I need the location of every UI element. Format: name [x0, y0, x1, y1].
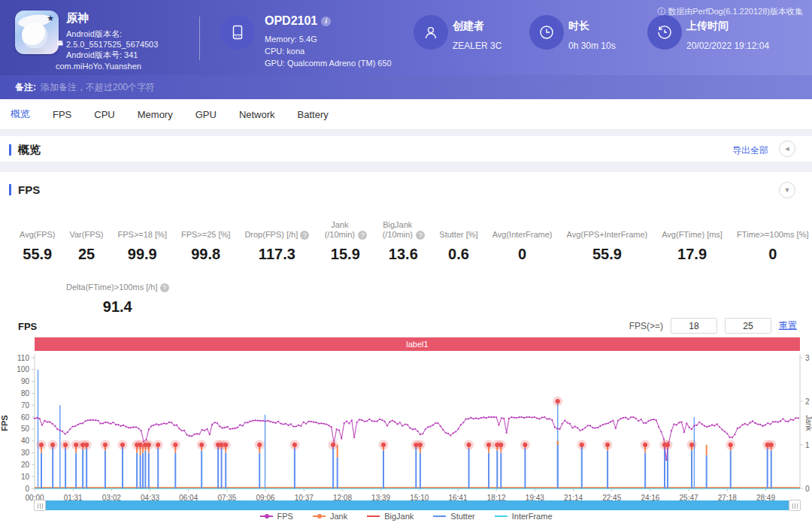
chart-legend: FPSJankBigJankStutterInterFrame [0, 512, 812, 521]
svg-text:100: 100 [17, 365, 29, 373]
fps-stats-row: Avg(FPS)55.9Var(FPS)25FPS>=18 [%]99.9FPS… [20, 217, 808, 263]
device-meta: Memory: 5.4G CPU: kona GPU: Qualcomm Adr… [265, 33, 392, 69]
svg-text:30: 30 [21, 449, 30, 457]
stat-9: Avg(FPS+InterFrame)55.9 [567, 217, 648, 263]
app-meta: Android版本名: 2.5.0_5517525_5674503 Androi… [66, 29, 158, 60]
upload-value: 20/02/2022 19:12:04 [686, 41, 769, 51]
note-bar[interactable]: 备注: 添加备注，不超过200个字符 [0, 75, 812, 99]
svg-text:07:35: 07:35 [217, 494, 236, 500]
svg-text:3: 3 [805, 354, 810, 362]
duration-icon-circle [529, 15, 564, 50]
svg-text:06:04: 06:04 [179, 494, 198, 500]
legend-marker [313, 515, 326, 517]
reset-link[interactable]: 重置 [779, 319, 797, 332]
stat-value: 91.4 [103, 298, 132, 316]
fps-threshold-controls: FPS(>=) 重置 [629, 318, 797, 334]
help-icon[interactable]: ? [358, 231, 367, 240]
svg-text:FPS: FPS [0, 415, 9, 431]
svg-text:01:31: 01:31 [64, 494, 83, 500]
chart-zoom-scrollbar[interactable] [35, 500, 800, 510]
stat-7: Stutter [%]0.6 [439, 217, 477, 263]
svg-text:10:37: 10:37 [295, 494, 314, 500]
stat-label: Avg(FPS) [20, 217, 55, 240]
legend-marker [367, 515, 380, 517]
stat-label: FTime>=100ms [%] [737, 217, 809, 240]
collapse-left-button[interactable]: ◄ [779, 141, 795, 157]
stat-0: Avg(FPS)55.9 [20, 217, 55, 263]
stat-11: FTime>=100ms [%]0 [737, 217, 809, 263]
svg-text:12:08: 12:08 [333, 494, 352, 500]
svg-text:1: 1 [805, 441, 810, 449]
tab-bar: 概览FPSCPUMemoryGPUNetworkBattery [0, 99, 812, 130]
scrollbar-left-handle[interactable] [34, 500, 46, 511]
export-all-link[interactable]: 导出全部 [732, 144, 768, 157]
stat-1: Var(FPS)25 [69, 217, 103, 263]
svg-text:03:02: 03:02 [102, 494, 121, 500]
svg-text:28:49: 28:49 [756, 494, 775, 500]
svg-text:80: 80 [21, 389, 30, 398]
svg-text:21:14: 21:14 [564, 494, 583, 500]
stat-value: 15.9 [331, 246, 360, 263]
stat-5: Jank (/10min)?15.9 [323, 217, 367, 263]
app-version-name-label: Android版本名: [66, 29, 158, 39]
help-icon[interactable]: ? [300, 231, 309, 240]
stat-label: Avg(FTime) [ms] [662, 217, 723, 240]
note-label: 备注: [15, 81, 36, 94]
legend-label: FPS [277, 512, 293, 521]
app-icon: ★ miHoYo [15, 11, 59, 54]
fps-threshold-high-input[interactable] [725, 318, 771, 334]
legend-label: InterFrame [512, 512, 553, 521]
stat-10: Avg(FTime) [ms]17.9 [662, 217, 723, 263]
stat-value: 117.3 [259, 246, 295, 263]
overview-card: 概览 导出全部 ◄ [0, 136, 812, 162]
app-version-code: Android版本号: 341 [66, 50, 158, 60]
legend-item-bigjank[interactable]: BigJank [367, 512, 414, 521]
legend-item-stutter[interactable]: Stutter [433, 512, 474, 521]
stat-label: FPS>=25 [%] [181, 217, 230, 240]
history-clock-icon [656, 24, 673, 41]
stat-label: FPS>=18 [%] [118, 217, 167, 240]
svg-text:2: 2 [805, 398, 810, 406]
overview-title: 概览 [18, 143, 41, 157]
tab-0[interactable]: 概览 [11, 107, 30, 121]
svg-text:10: 10 [21, 473, 30, 481]
svg-text:04:33: 04:33 [141, 494, 159, 500]
scrollbar-right-handle[interactable] [789, 500, 801, 511]
section-accent-bar [9, 144, 11, 156]
legend-item-interframe[interactable]: InterFrame [495, 512, 553, 521]
fps-stats-row2: Delta(FTime)>100ms [/h]?91.4 [66, 270, 169, 316]
tab-1[interactable]: FPS [53, 109, 71, 120]
collapse-down-button[interactable]: ▼ [779, 182, 795, 198]
fps-threshold-low-input[interactable] [671, 318, 717, 334]
device-info-icon[interactable]: i [321, 17, 331, 26]
stat-label: Var(FPS) [69, 217, 103, 240]
svg-text:19:43: 19:43 [526, 494, 544, 500]
device-model: OPD2101i [265, 14, 331, 28]
upload-label: 上传时间 [686, 20, 729, 33]
note-placeholder[interactable]: 添加备注，不超过200个字符 [41, 81, 155, 94]
tab-5[interactable]: Network [239, 109, 275, 120]
star-decoration-icon: ★ [47, 14, 54, 23]
stat-value: 13.6 [389, 246, 418, 263]
help-icon[interactable]: ? [416, 231, 425, 240]
legend-marker [433, 515, 446, 517]
legend-item-jank[interactable]: Jank [313, 512, 347, 521]
tab-4[interactable]: GPU [195, 109, 217, 120]
fps-card: FPS ▼ Avg(FPS)55.9Var(FPS)25FPS>=18 [%]9… [0, 172, 812, 523]
stat-r2-0: Delta(FTime)>100ms [/h]?91.4 [66, 270, 169, 316]
legend-item-fps[interactable]: FPS [260, 512, 293, 521]
svg-text:09:06: 09:06 [256, 494, 275, 500]
stat-value: 0.6 [448, 246, 469, 263]
stat-label: Delta(FTime)>100ms [/h]? [66, 270, 169, 292]
creator-value: ZEALER 3C [453, 41, 501, 51]
header-divider [199, 17, 200, 60]
tab-2[interactable]: CPU [94, 109, 114, 120]
tab-3[interactable]: Memory [138, 109, 173, 120]
duration-value: 0h 30m 10s [568, 41, 616, 51]
svg-text:25:47: 25:47 [680, 494, 698, 500]
stat-label: Jank (/10min)? [323, 217, 367, 240]
tab-6[interactable]: Battery [298, 109, 329, 120]
svg-text:0: 0 [25, 485, 29, 493]
fps-chart[interactable]: 01020304050607080901001100123FPSJank00:0… [0, 353, 812, 500]
help-icon[interactable]: ? [160, 283, 169, 292]
